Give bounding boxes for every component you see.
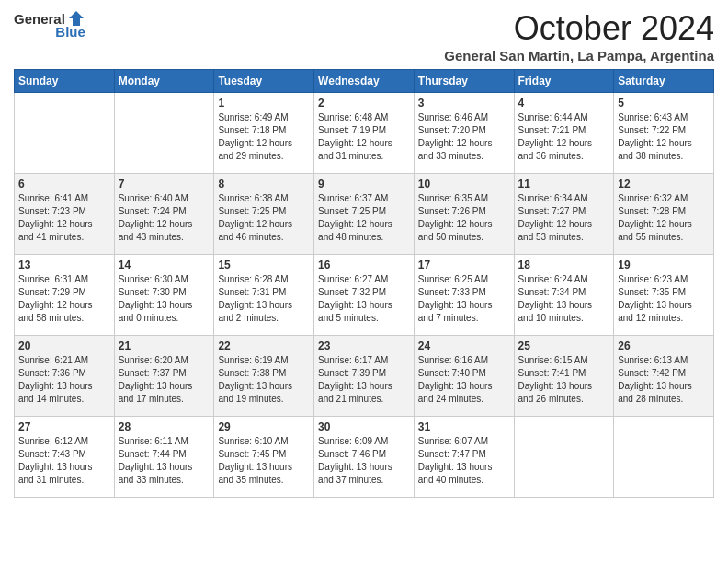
day-number: 30 [318, 420, 410, 433]
header-friday: Friday [514, 70, 614, 93]
cell-info: Sunrise: 6:37 AM Sunset: 7:25 PM Dayligh… [318, 192, 410, 244]
header-tuesday: Tuesday [214, 70, 314, 93]
day-number: 29 [218, 420, 310, 433]
calendar-body: 1Sunrise: 6:49 AM Sunset: 7:18 PM Daylig… [15, 93, 714, 498]
calendar-cell: 17Sunrise: 6:25 AM Sunset: 7:33 PM Dayli… [414, 255, 514, 336]
day-number: 9 [318, 178, 410, 190]
cell-info: Sunrise: 6:11 AM Sunset: 7:44 PM Dayligh… [119, 435, 210, 487]
day-number: 27 [18, 420, 110, 433]
header-monday: Monday [114, 70, 214, 93]
day-number: 28 [119, 420, 210, 433]
calendar-cell: 7Sunrise: 6:40 AM Sunset: 7:24 PM Daylig… [114, 174, 214, 255]
cell-info: Sunrise: 6:31 AM Sunset: 7:29 PM Dayligh… [18, 273, 110, 325]
calendar-cell: 18Sunrise: 6:24 AM Sunset: 7:34 PM Dayli… [514, 255, 614, 336]
cell-info: Sunrise: 6:44 AM Sunset: 7:21 PM Dayligh… [518, 111, 610, 163]
page-header: General Blue October 2024 General San Ma… [14, 9, 714, 63]
day-number: 20 [18, 339, 110, 352]
calendar-cell: 29Sunrise: 6:10 AM Sunset: 7:45 PM Dayli… [214, 417, 314, 498]
day-number: 15 [218, 259, 310, 271]
logo: General Blue [14, 9, 85, 40]
day-number: 24 [418, 339, 510, 352]
calendar-cell: 3Sunrise: 6:46 AM Sunset: 7:20 PM Daylig… [414, 93, 514, 174]
cell-info: Sunrise: 6:34 AM Sunset: 7:27 PM Dayligh… [518, 192, 610, 244]
day-number: 16 [318, 259, 410, 271]
calendar-week-5: 27Sunrise: 6:12 AM Sunset: 7:43 PM Dayli… [15, 417, 714, 498]
header-saturday: Saturday [614, 70, 714, 93]
calendar-cell: 20Sunrise: 6:21 AM Sunset: 7:36 PM Dayli… [15, 336, 115, 417]
day-number: 5 [618, 97, 710, 109]
cell-info: Sunrise: 6:46 AM Sunset: 7:20 PM Dayligh… [418, 111, 510, 163]
day-number: 6 [18, 178, 110, 190]
logo-blue: Blue [55, 24, 85, 40]
calendar-cell: 21Sunrise: 6:20 AM Sunset: 7:37 PM Dayli… [114, 336, 214, 417]
cell-info: Sunrise: 6:25 AM Sunset: 7:33 PM Dayligh… [418, 273, 510, 325]
calendar-cell: 14Sunrise: 6:30 AM Sunset: 7:30 PM Dayli… [114, 255, 214, 336]
location-title: General San Martin, La Pampa, Argentina [444, 48, 714, 63]
cell-info: Sunrise: 6:35 AM Sunset: 7:26 PM Dayligh… [418, 192, 510, 244]
cell-info: Sunrise: 6:27 AM Sunset: 7:32 PM Dayligh… [318, 273, 410, 325]
calendar-cell: 4Sunrise: 6:44 AM Sunset: 7:21 PM Daylig… [514, 93, 614, 174]
calendar-cell: 9Sunrise: 6:37 AM Sunset: 7:25 PM Daylig… [314, 174, 415, 255]
calendar-cell: 30Sunrise: 6:09 AM Sunset: 7:46 PM Dayli… [314, 417, 415, 498]
cell-info: Sunrise: 6:32 AM Sunset: 7:28 PM Dayligh… [618, 192, 710, 244]
cell-info: Sunrise: 6:12 AM Sunset: 7:43 PM Dayligh… [18, 435, 110, 487]
calendar-cell: 5Sunrise: 6:43 AM Sunset: 7:22 PM Daylig… [614, 93, 714, 174]
title-block: October 2024 General San Martin, La Pamp… [444, 9, 714, 63]
calendar-cell: 24Sunrise: 6:16 AM Sunset: 7:40 PM Dayli… [414, 336, 514, 417]
day-number: 26 [618, 339, 710, 352]
cell-info: Sunrise: 6:17 AM Sunset: 7:39 PM Dayligh… [318, 354, 410, 406]
day-number: 25 [518, 339, 610, 352]
cell-info: Sunrise: 6:41 AM Sunset: 7:23 PM Dayligh… [18, 192, 110, 244]
day-number: 1 [218, 97, 310, 109]
day-number: 18 [518, 259, 610, 271]
calendar-cell: 1Sunrise: 6:49 AM Sunset: 7:18 PM Daylig… [214, 93, 314, 174]
calendar-cell [15, 93, 115, 174]
calendar-cell: 8Sunrise: 6:38 AM Sunset: 7:25 PM Daylig… [214, 174, 314, 255]
calendar-cell: 28Sunrise: 6:11 AM Sunset: 7:44 PM Dayli… [114, 417, 214, 498]
cell-info: Sunrise: 6:24 AM Sunset: 7:34 PM Dayligh… [518, 273, 610, 325]
cell-info: Sunrise: 6:38 AM Sunset: 7:25 PM Dayligh… [218, 192, 310, 244]
cell-info: Sunrise: 6:48 AM Sunset: 7:19 PM Dayligh… [318, 111, 410, 163]
day-number: 8 [218, 178, 310, 190]
day-number: 19 [618, 259, 710, 271]
cell-info: Sunrise: 6:23 AM Sunset: 7:35 PM Dayligh… [618, 273, 710, 325]
calendar-cell: 31Sunrise: 6:07 AM Sunset: 7:47 PM Dayli… [414, 417, 514, 498]
day-number: 14 [119, 259, 210, 271]
cell-info: Sunrise: 6:16 AM Sunset: 7:40 PM Dayligh… [418, 354, 510, 406]
calendar-week-4: 20Sunrise: 6:21 AM Sunset: 7:36 PM Dayli… [15, 336, 714, 417]
day-number: 23 [318, 339, 410, 352]
cell-info: Sunrise: 6:10 AM Sunset: 7:45 PM Dayligh… [218, 435, 310, 487]
cell-info: Sunrise: 6:40 AM Sunset: 7:24 PM Dayligh… [119, 192, 210, 244]
calendar-cell: 13Sunrise: 6:31 AM Sunset: 7:29 PM Dayli… [15, 255, 115, 336]
cell-info: Sunrise: 6:13 AM Sunset: 7:42 PM Dayligh… [618, 354, 710, 406]
day-number: 3 [418, 97, 510, 109]
calendar-cell: 2Sunrise: 6:48 AM Sunset: 7:19 PM Daylig… [314, 93, 415, 174]
day-number: 13 [18, 259, 110, 271]
cell-info: Sunrise: 6:43 AM Sunset: 7:22 PM Dayligh… [618, 111, 710, 163]
calendar-cell: 26Sunrise: 6:13 AM Sunset: 7:42 PM Dayli… [614, 336, 714, 417]
month-title: October 2024 [444, 9, 714, 48]
cell-info: Sunrise: 6:30 AM Sunset: 7:30 PM Dayligh… [119, 273, 210, 325]
header-wednesday: Wednesday [314, 70, 415, 93]
day-number: 10 [418, 178, 510, 190]
day-number: 17 [418, 259, 510, 271]
cell-info: Sunrise: 6:09 AM Sunset: 7:46 PM Dayligh… [318, 435, 410, 487]
day-number: 7 [119, 178, 210, 190]
day-number: 31 [418, 420, 510, 433]
calendar-cell: 6Sunrise: 6:41 AM Sunset: 7:23 PM Daylig… [15, 174, 115, 255]
day-number: 2 [318, 97, 410, 109]
day-number: 21 [119, 339, 210, 352]
day-number: 4 [518, 97, 610, 109]
cell-info: Sunrise: 6:21 AM Sunset: 7:36 PM Dayligh… [18, 354, 110, 406]
calendar-cell: 15Sunrise: 6:28 AM Sunset: 7:31 PM Dayli… [214, 255, 314, 336]
calendar-week-3: 13Sunrise: 6:31 AM Sunset: 7:29 PM Dayli… [15, 255, 714, 336]
calendar-header-row: SundayMondayTuesdayWednesdayThursdayFrid… [15, 70, 714, 93]
cell-info: Sunrise: 6:28 AM Sunset: 7:31 PM Dayligh… [218, 273, 310, 325]
header-sunday: Sunday [15, 70, 115, 93]
calendar-cell [514, 417, 614, 498]
calendar-cell: 19Sunrise: 6:23 AM Sunset: 7:35 PM Dayli… [614, 255, 714, 336]
cell-info: Sunrise: 6:49 AM Sunset: 7:18 PM Dayligh… [218, 111, 310, 163]
calendar-cell: 25Sunrise: 6:15 AM Sunset: 7:41 PM Dayli… [514, 336, 614, 417]
calendar-cell [114, 93, 214, 174]
day-number: 12 [618, 178, 710, 190]
